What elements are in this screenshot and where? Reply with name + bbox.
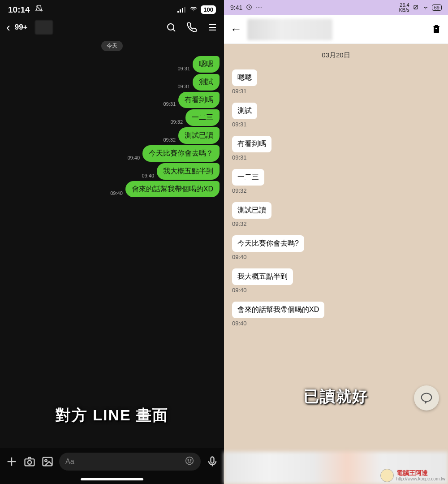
svg-rect-0 <box>177 11 179 13</box>
message-bubble[interactable]: 測試 <box>193 74 220 91</box>
call-icon[interactable] <box>186 22 197 33</box>
chat-scroll[interactable]: 今天 09:31嗯嗯09:31測試09:31有看到嗎09:32一二三09:32測… <box>0 39 224 448</box>
message-text: 會來的話幫我帶個喝的XD <box>232 302 324 318</box>
message-time: 09:32 <box>232 187 440 194</box>
wifi-icon <box>422 4 429 11</box>
message-bubble[interactable]: 今天比賽你會去嗎？ <box>142 145 220 162</box>
svg-rect-22 <box>435 28 437 29</box>
clock-icon <box>246 4 252 12</box>
contact-title <box>247 19 332 40</box>
input-placeholder: Aa <box>65 458 74 466</box>
date-chip: 今天 <box>101 41 123 51</box>
list-item[interactable]: 測試已讀09:32 <box>232 202 440 227</box>
delete-icon[interactable] <box>431 23 442 36</box>
unread-badge: 99+ <box>15 23 28 32</box>
message-time: 09:40 <box>232 287 440 294</box>
caption-right: 已讀就好 <box>224 386 448 407</box>
list-item[interactable]: 一二三09:32 <box>232 169 440 194</box>
svg-point-15 <box>186 457 194 465</box>
message-bubble[interactable]: 我大概五點半到 <box>157 163 220 180</box>
message-time: 09:31 <box>177 84 190 89</box>
message-text: 我大概五點半到 <box>232 268 293 285</box>
svg-rect-2 <box>182 8 183 13</box>
message-time: 09:31 <box>232 88 440 95</box>
watermark: 電腦王阿達 http://www.kocpc.com.tw <box>380 469 445 482</box>
menu-icon[interactable] <box>207 22 218 33</box>
message-time: 09:40 <box>232 320 440 327</box>
net-speed: 26.4 KB/s <box>399 3 409 13</box>
message-time: 09:31 <box>232 154 440 161</box>
list-item[interactable]: 會來的話幫我帶個喝的XD09:40 <box>232 302 440 327</box>
plus-icon[interactable] <box>5 455 18 468</box>
android-readapp-screen: 9:41 ⋯ 26.4 KB/s 69 ← 03月20日 嗯嗯09:31 <box>224 0 448 484</box>
list-item[interactable]: 有看到嗎09:31 <box>232 136 440 161</box>
caption-left: 對方 LINE 畫面 <box>0 405 224 426</box>
watermark-line2: http://www.kocpc.com.tw <box>396 476 445 481</box>
more-icon: ⋯ <box>256 4 262 11</box>
svg-point-14 <box>45 459 47 462</box>
message-bubble[interactable]: 會來的話幫我帶個喝的XD <box>125 181 220 198</box>
status-time: 9:41 <box>230 4 242 11</box>
bell-off-icon <box>35 5 43 14</box>
watermark-line1: 電腦王阿達 <box>396 470 445 476</box>
message-time: 09:31 <box>163 101 176 107</box>
svg-rect-11 <box>25 459 34 466</box>
mic-icon[interactable] <box>206 455 219 468</box>
message-text: 一二三 <box>232 169 264 186</box>
message-time: 09:40 <box>110 190 123 196</box>
message-bubble[interactable]: 一二三 <box>185 109 220 126</box>
message-time: 09:40 <box>232 254 440 260</box>
svg-line-5 <box>173 30 176 32</box>
list-item[interactable]: 我大概五點半到09:40 <box>232 268 440 294</box>
message-time: 09:40 <box>127 155 140 160</box>
camera-icon[interactable] <box>23 455 36 468</box>
list-item[interactable]: 今天比賽你會去嗎?09:40 <box>232 235 440 260</box>
sent-message: 09:40今天比賽你會去嗎？ <box>4 145 220 162</box>
message-time: 09:31 <box>232 121 440 128</box>
wifi-icon <box>189 5 198 15</box>
battery-indicator: 69 <box>432 4 442 11</box>
status-right-icons: 100 <box>177 5 216 15</box>
photo-icon[interactable] <box>41 455 54 468</box>
home-indicator <box>81 478 143 480</box>
svg-rect-13 <box>43 458 52 466</box>
back-button[interactable]: ← <box>230 22 242 36</box>
app-header: ← <box>224 15 448 44</box>
message-time: 09:32 <box>163 137 176 143</box>
sent-message: 09:31嗯嗯 <box>4 56 220 73</box>
svg-point-4 <box>168 24 174 30</box>
search-icon[interactable] <box>166 22 177 33</box>
date-label: 03月20日 <box>232 51 440 60</box>
message-time: 09:31 <box>177 66 190 71</box>
sent-message: 09:40會來的話幫我帶個喝的XD <box>4 181 220 198</box>
sent-message: 09:32測試已讀 <box>4 127 220 144</box>
contact-avatar[interactable] <box>35 20 53 35</box>
message-text: 有看到嗎 <box>232 136 271 152</box>
message-text: 測試 <box>232 103 257 119</box>
message-time: 09:40 <box>142 173 154 178</box>
list-item[interactable]: 測試09:31 <box>232 103 440 128</box>
message-text: 嗯嗯 <box>232 69 257 86</box>
back-button[interactable]: ‹ <box>6 21 10 35</box>
battery-pill: 100 <box>201 5 216 14</box>
message-text: 今天比賽你會去嗎? <box>232 235 304 252</box>
sent-message: 09:40我大概五點半到 <box>4 163 220 180</box>
status-time: 10:14 <box>8 4 43 15</box>
sent-message: 09:32一二三 <box>4 109 220 126</box>
svg-line-21 <box>414 5 418 9</box>
watermark-avatar-icon <box>380 469 394 482</box>
message-time: 09:32 <box>170 119 183 125</box>
message-bubble[interactable]: 有看到嗎 <box>178 92 220 108</box>
svg-rect-18 <box>211 457 214 463</box>
list-item[interactable]: 嗯嗯09:31 <box>232 69 440 95</box>
svg-point-12 <box>28 461 31 464</box>
message-bubble[interactable]: 嗯嗯 <box>193 56 220 73</box>
emoji-icon[interactable] <box>185 456 194 467</box>
message-bubble[interactable]: 測試已讀 <box>178 127 220 144</box>
ios-status-bar: 10:14 100 <box>0 0 224 17</box>
svg-point-17 <box>190 459 191 460</box>
message-input[interactable]: Aa <box>59 453 201 471</box>
line-chat-header: ‹ 99+ <box>0 17 224 39</box>
no-sim-icon <box>412 4 419 11</box>
message-time: 09:32 <box>232 220 440 227</box>
